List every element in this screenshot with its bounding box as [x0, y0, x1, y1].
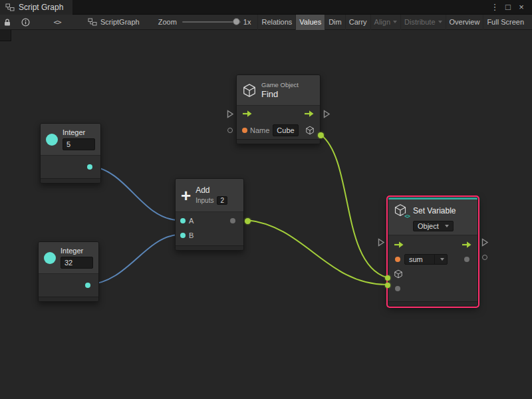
node-header: + Add Inputs 2 — [176, 179, 243, 212]
zoom-slider-handle[interactable] — [233, 18, 240, 25]
zoom-slider-track[interactable] — [182, 21, 241, 23]
carry-button[interactable]: Carry — [345, 15, 370, 30]
node-integer-5[interactable]: Integer 5 — [40, 123, 101, 184]
variable-dropdown-button[interactable] — [434, 255, 447, 264]
node-title: Integer — [63, 128, 95, 136]
node-footer — [41, 178, 100, 183]
node-add[interactable]: + Add Inputs 2 A B — [175, 178, 244, 251]
zoom-label: Zoom — [158, 18, 177, 26]
input-port-a[interactable] — [180, 218, 186, 223]
chevron-down-icon — [438, 21, 442, 23]
port-label-b: B — [189, 231, 194, 239]
object-input-cube-icon[interactable] — [394, 269, 403, 279]
tab-label: Script Graph — [19, 3, 63, 12]
integer-value-field[interactable]: 32 — [61, 257, 93, 269]
port-row-a: A — [176, 213, 243, 228]
node-body: A B — [176, 212, 243, 245]
output-value-port[interactable] — [464, 257, 469, 262]
node-footer — [237, 139, 320, 144]
node-header: Integer 5 — [41, 124, 100, 156]
distribute-button[interactable]: Distribute — [400, 15, 445, 30]
graph-icon — [88, 18, 97, 26]
chevron-down-icon — [440, 258, 444, 261]
graph-breadcrumb[interactable]: ScriptGraph — [88, 18, 140, 26]
integer-value-field[interactable]: 5 — [63, 138, 95, 150]
flow-out-port[interactable] — [481, 238, 489, 247]
kebab-menu-icon[interactable]: ⋮ — [489, 2, 500, 12]
node-header: Integer 32 — [39, 242, 98, 274]
output-port-integer[interactable] — [85, 283, 90, 288]
variable-name-port[interactable] — [395, 257, 400, 262]
gameobject-cube-icon — [242, 83, 257, 98]
maximize-icon[interactable]: □ — [503, 2, 513, 12]
value-row — [388, 281, 477, 296]
flow-in-arrow-icon[interactable] — [242, 110, 253, 118]
overview-button[interactable]: Overview — [446, 15, 483, 30]
flow-out-arrow-icon[interactable] — [304, 110, 315, 118]
code-view-button[interactable]: <> — [51, 15, 64, 29]
node-title: Integer — [61, 247, 93, 255]
node-title: Add — [196, 186, 227, 195]
node-integer-32[interactable]: Integer 32 — [38, 241, 99, 302]
node-footer — [176, 245, 243, 250]
fullscreen-button[interactable]: Full Screen — [483, 15, 527, 30]
flow-out-port[interactable] — [323, 110, 331, 118]
value-connection-dot[interactable] — [385, 283, 390, 288]
object-connection-dot[interactable] — [385, 275, 390, 281]
inputs-label: Inputs — [196, 197, 213, 204]
node-footer — [39, 297, 98, 301]
name-input-port-outer[interactable] — [227, 128, 233, 133]
node-category: Game Object — [261, 81, 299, 88]
node-header: Game Object Find — [237, 75, 320, 106]
relations-button[interactable]: Relations — [257, 15, 295, 30]
name-row: Name Cube — [237, 122, 320, 139]
output-type-cube-icon — [305, 126, 315, 135]
node-header: <> Set Variable Object — [388, 200, 477, 235]
input-port-b[interactable] — [180, 233, 186, 238]
window-titlebar: Script Graph ⋮ □ × — [0, 0, 532, 15]
tab-script-graph[interactable]: Script Graph — [0, 0, 72, 15]
close-icon[interactable]: × — [516, 2, 527, 12]
info-icon — [21, 18, 30, 27]
gameobject-output-dot[interactable] — [318, 132, 324, 138]
chevron-down-icon — [445, 225, 449, 227]
flow-row — [237, 106, 320, 122]
node-title: Set Variable — [413, 206, 456, 215]
zoom-slider[interactable] — [182, 15, 241, 29]
flow-in-port[interactable] — [378, 238, 385, 247]
node-footer — [388, 301, 477, 306]
node-title: Find — [261, 89, 299, 99]
dim-button[interactable]: Dim — [325, 15, 345, 30]
node-body: sum — [388, 235, 477, 301]
name-value-field[interactable]: Cube — [273, 124, 298, 136]
variable-scope-dropdown[interactable]: Object — [413, 221, 454, 231]
output-value-port-outer[interactable] — [482, 255, 487, 260]
node-gameobject-find[interactable]: Game Object Find Name Cube — [236, 74, 321, 144]
lock-icon — [3, 18, 11, 27]
flow-out-arrow-icon[interactable] — [462, 241, 472, 249]
graph-toolbar: <> ScriptGraph Zoom 1x Relations Values … — [0, 15, 532, 30]
script-graph-icon — [5, 3, 15, 11]
output-port-integer[interactable] — [87, 164, 92, 170]
output-port-sum[interactable] — [230, 218, 235, 223]
lock-button[interactable] — [1, 15, 14, 29]
flow-in-arrow-icon[interactable] — [394, 241, 404, 249]
integer-type-icon — [44, 252, 56, 264]
integer-type-icon — [46, 134, 58, 146]
port-label-a: A — [189, 217, 194, 225]
value-input-port[interactable] — [395, 286, 400, 291]
input-port-name[interactable] — [242, 128, 247, 133]
node-body — [41, 156, 100, 178]
canvas-corner — [0, 30, 11, 41]
variable-name-dropdown[interactable]: sum — [404, 254, 448, 265]
values-button[interactable]: Values — [295, 15, 325, 30]
output-connection-dot[interactable] — [245, 218, 251, 224]
inspector-button[interactable] — [19, 15, 32, 29]
node-body — [39, 274, 98, 297]
align-button[interactable]: Align — [370, 15, 400, 30]
node-set-variable[interactable]: <> Set Variable Object sum — [388, 197, 478, 307]
node-body: Name Cube — [237, 106, 320, 139]
flow-in-port[interactable] — [227, 110, 234, 118]
inputs-count-field[interactable]: 2 — [217, 196, 227, 205]
zoom-value: 1x — [243, 18, 251, 26]
